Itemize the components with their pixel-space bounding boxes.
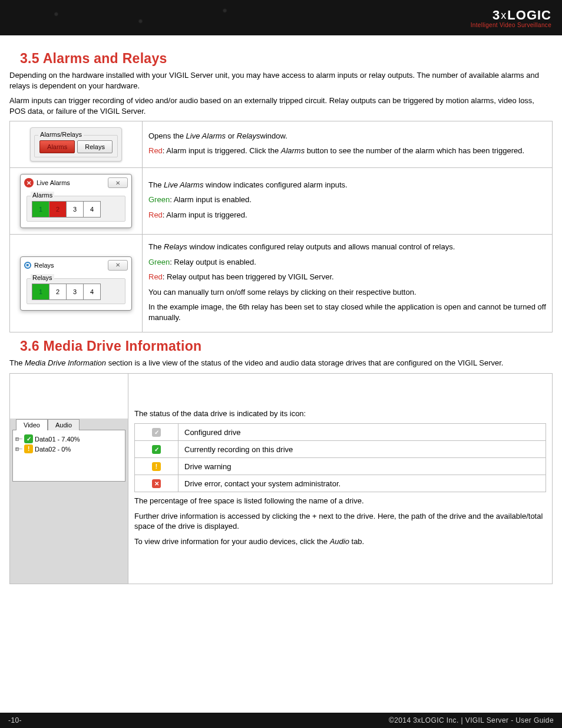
drive-further-text: Further drive information is accessed by… [134, 511, 546, 532]
row3-line3: Red: Relay output has been triggered by … [148, 272, 546, 282]
fieldset-legend: Relays [31, 274, 54, 281]
close-button[interactable]: ✕ [108, 177, 128, 188]
alarms-button[interactable]: Alarms [39, 140, 75, 153]
page-footer: -10- ©2014 3xLOGIC Inc. | VIGIL Server -… [0, 713, 562, 728]
section-36-heading: 3.6 Media Drive Information [20, 338, 553, 354]
table-row: ■ Relays ✕ Relays 1 2 [10, 235, 553, 332]
row3-line1: The Relays window indicates configured r… [148, 242, 546, 252]
fieldset-legend: Alarms/Relays [38, 131, 84, 138]
drive-status-legend: ✓ Configured drive ✓ Currently recording… [134, 423, 546, 492]
relays-window: ■ Relays ✕ Relays 1 2 [20, 256, 132, 311]
tree-expand-icon[interactable]: ⊞┈ [15, 446, 22, 452]
page-content: 3.5 Alarms and Relays Depending on the h… [0, 35, 562, 713]
brand-logo: 3xLOGIC Intelligent Video Surveillance [471, 8, 551, 28]
alarms-relays-fieldset: Alarms/Relays Alarms Relays [34, 135, 118, 157]
alarms-relays-table: Alarms/Relays Alarms Relays Opens the Li… [9, 121, 553, 332]
alarms-relays-desc-cell: Opens the Live Alarms or Relayswindow. R… [143, 121, 553, 168]
row2-line1: The Live Alarms window indicates configu… [148, 180, 546, 190]
close-button[interactable]: ✕ [108, 260, 128, 271]
row2-line3: Red: Alarm input is triggered. [148, 210, 546, 220]
legend-row-recording: ✓ Currently recording on this drive [135, 441, 546, 458]
alarm-slot-2[interactable]: 2 [49, 201, 67, 218]
logo-pre: 3 [492, 8, 500, 22]
alarms-relays-widget: Alarms/Relays Alarms Relays [30, 127, 122, 162]
drive1-label: Data01 - 7.40% [35, 436, 80, 443]
relays-desc-cell: The Relays window indicates configured r… [143, 235, 553, 332]
drive-panel: Video Audio ⊞┈ ✓ Data01 - 7.40% [10, 419, 128, 584]
drive-row-1[interactable]: ⊞┈ ✓ Data01 - 7.40% [15, 434, 123, 444]
legend-label: Drive error, contact your system adminis… [178, 475, 546, 492]
drive-panel-cell: Video Audio ⊞┈ ✓ Data01 - 7.40% [10, 374, 128, 584]
window-title: Relays [34, 262, 54, 269]
alarms-fieldset: Alarms 1 2 3 4 [27, 196, 125, 222]
section-35-p2: Alarm inputs can trigger recording of vi… [9, 95, 553, 116]
tree-expand-icon[interactable]: ⊞┈ [15, 436, 22, 442]
warning-drive-icon: ! [152, 462, 161, 471]
row3-line4: You can manually turn on/off some relays… [148, 287, 546, 298]
drive-pct-text: The percentage of free space is listed f… [134, 496, 546, 506]
row2-line2: Green: Alarm input is enabled. [148, 195, 546, 205]
alarm-slot-3[interactable]: 3 [66, 201, 84, 218]
drive-tab-body: ⊞┈ ✓ Data01 - 7.40% ⊞┈ ! Data02 - 0% [12, 430, 125, 482]
logo-tagline: Intelligent Video Surveillance [471, 22, 551, 28]
page-header: 3xLOGIC Intelligent Video Surveillance [0, 0, 562, 35]
legend-row-configured: ✓ Configured drive [135, 424, 546, 441]
relays-fieldset: Relays 1 2 3 4 [27, 278, 125, 304]
section-35-heading: 3.5 Alarms and Relays [20, 51, 553, 67]
configured-drive-icon: ✓ [152, 428, 161, 437]
table-row: ✕ Live Alarms ✕ Alarms 1 [10, 168, 553, 235]
drive-row-2[interactable]: ⊞┈ ! Data02 - 0% [15, 444, 123, 454]
alarm-slot-1[interactable]: 1 [32, 201, 49, 218]
drive-desc-cell: The status of the data drive is indicate… [128, 374, 553, 584]
alarms-relays-widget-cell: Alarms/Relays Alarms Relays [10, 121, 143, 168]
relay-slot-1[interactable]: 1 [32, 284, 49, 300]
section-35-p1: Depending on the hardware installed with… [9, 70, 553, 91]
drive-status-intro: The status of the data drive is indicate… [134, 409, 546, 419]
row1-line1: Opens the Live Alarms or Relayswindow. [148, 131, 546, 141]
relay-status-icon: ■ [24, 262, 31, 269]
drive-audio-text: To view drive information for your audio… [134, 536, 546, 547]
recording-drive-icon: ✓ [152, 445, 161, 454]
tab-video[interactable]: Video [16, 419, 48, 430]
live-alarms-window: ✕ Live Alarms ✕ Alarms 1 [20, 174, 132, 228]
window-titlebar: ■ Relays ✕ [21, 257, 131, 274]
alarm-status-icon: ✕ [24, 178, 34, 187]
relay-slot-2[interactable]: 2 [49, 284, 67, 300]
tab-audio[interactable]: Audio [48, 419, 80, 430]
alarm-slot-4[interactable]: 4 [83, 201, 101, 218]
drive-status-recording-icon: ✓ [24, 434, 33, 443]
legend-label: Drive warning [178, 458, 546, 475]
relays-widget-cell: ■ Relays ✕ Relays 1 2 [10, 235, 143, 332]
logo-text: 3xLOGIC [471, 8, 551, 23]
error-drive-icon: ✕ [152, 479, 161, 488]
drive2-label: Data02 - 0% [35, 446, 71, 453]
media-drive-table: Video Audio ⊞┈ ✓ Data01 - 7.40% [9, 373, 553, 584]
section-36-intro: The Media Drive Information section is a… [9, 358, 553, 368]
page-number: -10- [8, 716, 22, 724]
row3-line2: Green: Relay output is enabled. [148, 257, 546, 268]
legend-label: Configured drive [178, 424, 546, 441]
relay-slot-4[interactable]: 4 [83, 284, 101, 300]
fieldset-legend: Alarms [31, 192, 54, 199]
drive-status-warning-icon: ! [24, 444, 33, 453]
table-row: Alarms/Relays Alarms Relays Opens the Li… [10, 121, 553, 168]
row1-line2: Red: Alarm input is triggered. Click the… [148, 146, 546, 156]
legend-row-warning: ! Drive warning [135, 458, 546, 475]
relays-button[interactable]: Relays [77, 140, 113, 153]
live-alarms-widget-cell: ✕ Live Alarms ✕ Alarms 1 [10, 168, 143, 235]
legend-row-error: ✕ Drive error, contact your system admin… [135, 475, 546, 492]
logo-post: LOGIC [507, 8, 551, 22]
window-title: Live Alarms [37, 179, 70, 186]
live-alarms-desc-cell: The Live Alarms window indicates configu… [143, 168, 553, 235]
footer-credits: ©2014 3xLOGIC Inc. | VIGIL Server - User… [389, 716, 554, 724]
relay-slot-3[interactable]: 3 [66, 284, 84, 300]
legend-label: Currently recording on this drive [178, 441, 546, 458]
table-row: Video Audio ⊞┈ ✓ Data01 - 7.40% [10, 374, 553, 584]
logo-x: x [501, 9, 507, 21]
window-titlebar: ✕ Live Alarms ✕ [21, 174, 131, 191]
row3-line5: In the example image, the 6th relay has … [148, 302, 546, 322]
